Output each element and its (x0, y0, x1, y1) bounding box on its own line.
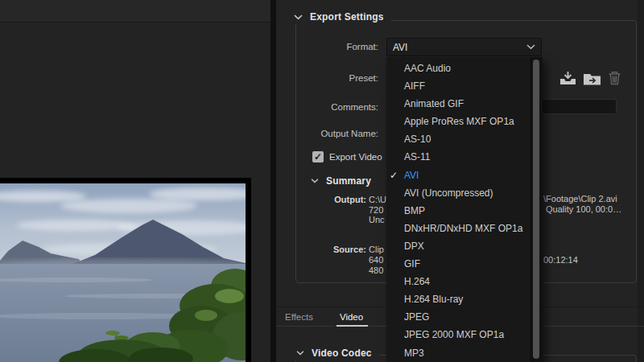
format-option[interactable]: AS-11 (386, 148, 543, 166)
format-option[interactable]: AVI (Uncompressed) (386, 184, 543, 202)
export-video-label: Export Video (329, 152, 382, 162)
checkmark-icon: ✓ (314, 151, 322, 162)
export-settings-title: Export Settings (310, 11, 384, 23)
summary-source-label: Source: (302, 245, 366, 254)
format-option-label: DPX (404, 241, 424, 252)
summary-output-line: Quality 100, 00:0… (546, 204, 621, 214)
save-preset-button[interactable] (557, 69, 578, 87)
format-option[interactable]: ✓AVI (386, 167, 543, 184)
tab-video[interactable]: Video (338, 310, 365, 326)
video-preview-image (0, 183, 246, 362)
export-video-checkbox[interactable]: ✓ (312, 151, 324, 162)
format-option-label: AS-11 (404, 151, 430, 162)
format-label: Format: (282, 42, 378, 51)
save-preset-icon (559, 71, 576, 85)
left-panel-header (0, 0, 270, 23)
format-option[interactable]: AS-10 (386, 130, 543, 148)
tab-bar: EffectsVideo (283, 310, 365, 326)
import-preset-icon (583, 72, 601, 85)
format-option[interactable]: Apple ProRes MXF OP1a (386, 113, 543, 130)
summary-output-label: Output: (302, 195, 366, 204)
preset-label: Preset: (282, 73, 378, 83)
format-option-label: Apple ProRes MXF OP1a (404, 116, 514, 127)
right-panel-edge (638, 0, 644, 362)
summary-source-line: 640 (369, 255, 383, 265)
chevron-down-icon (526, 44, 535, 50)
format-option[interactable]: MP3 (386, 344, 543, 362)
import-preset-button[interactable] (581, 69, 602, 87)
format-dropdown-list: AAC AudioAIFFAnimated GIFApple ProRes MX… (386, 57, 543, 362)
checkmark-icon: ✓ (390, 167, 398, 184)
format-option-label: AVI (404, 170, 419, 181)
output-name-label: Output Name: (282, 129, 378, 138)
format-option[interactable]: BMP (386, 202, 543, 220)
format-option[interactable]: H.264 (386, 273, 543, 290)
format-selected-value: AVI (393, 42, 407, 53)
chevron-down-icon (311, 179, 319, 183)
format-option-label: GIF (404, 258, 420, 269)
format-option[interactable]: JPEG 2000 MXF OP1a (386, 326, 543, 343)
summary-source-line: 00:12:14 (543, 255, 578, 265)
format-option[interactable]: Animated GIF (386, 95, 543, 113)
format-option[interactable]: DPX (386, 237, 543, 255)
format-option-label: AS-10 (404, 134, 431, 145)
format-option[interactable]: JPEG (386, 308, 543, 326)
tab-effects[interactable]: Effects (283, 310, 315, 326)
summary-source-line: 480 (369, 265, 383, 275)
export-settings-header[interactable]: Export Settings (291, 10, 391, 24)
format-option-label: DNxHR/DNxHD MXF OP1a (404, 223, 522, 234)
premiere-export-window: Export Settings Format: AVI Preset: (0, 0, 644, 362)
summary-output-line: \Footage\Clip 2.avi (543, 194, 617, 204)
format-option[interactable]: GIF (386, 255, 543, 273)
comments-label: Comments: (282, 102, 378, 112)
summary-header[interactable]: Summary (311, 175, 371, 187)
format-option-label: BMP (404, 205, 425, 216)
format-option[interactable]: AAC Audio (386, 60, 543, 77)
format-option-label: AVI (Uncompressed) (404, 187, 493, 199)
format-option-label: AIFF (404, 80, 425, 92)
summary-output-line: Unc (369, 215, 385, 224)
chevron-down-icon (294, 14, 303, 20)
summary-title: Summary (326, 175, 371, 187)
format-option[interactable]: DNxHR/DNxHD MXF OP1a (386, 220, 543, 237)
video-codec-header[interactable]: Video Codec (294, 346, 379, 360)
video-codec-title: Video Codec (312, 348, 372, 359)
delete-preset-button[interactable] (604, 69, 625, 87)
summary-source-line: Clip (369, 245, 384, 254)
format-option-label: H.264 (404, 276, 430, 287)
panel-divider (270, 0, 276, 362)
trash-icon (608, 71, 621, 85)
format-option[interactable]: H.264 Blu-ray (386, 290, 543, 308)
format-option-label: JPEG 2000 MXF OP1a (404, 329, 504, 340)
summary-output-line: 720 (369, 205, 383, 215)
summary-output-line: C:\U (369, 195, 386, 204)
format-option-label: JPEG (404, 311, 429, 323)
format-option[interactable]: AIFF (386, 77, 543, 95)
format-option-label: MP3 (404, 348, 424, 359)
format-select[interactable]: AVI (386, 38, 542, 56)
format-option-label: AAC Audio (404, 63, 451, 74)
chevron-down-icon (296, 351, 304, 356)
format-option-label: Animated GIF (404, 98, 464, 109)
format-option-label: H.264 Blu-ray (404, 294, 463, 305)
